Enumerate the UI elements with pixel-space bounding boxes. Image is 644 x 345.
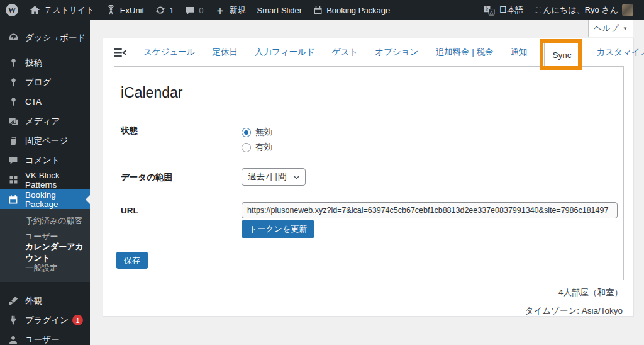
update-token-button[interactable]: トークンを更新 bbox=[242, 220, 314, 238]
tab-extra-fees-tax[interactable]: 追加料金 | 税金 bbox=[435, 47, 493, 58]
wordpress-logo-menu[interactable]: W bbox=[0, 0, 24, 20]
admin-bar: W テストサイト ExUnit 1 0 ＋ 新規 Smart Slider Bo… bbox=[0, 0, 644, 20]
sidebar-item-plugins[interactable]: プラグイン 1 bbox=[0, 310, 90, 330]
admin-bar-comments[interactable]: 0 bbox=[179, 0, 209, 20]
comment-icon bbox=[185, 6, 195, 15]
sidebar-item-pages[interactable]: 固定ページ bbox=[0, 131, 90, 150]
admin-bar-smart-slider[interactable]: Smart Slider bbox=[252, 0, 308, 20]
admin-bar-booking-package[interactable]: Booking Package bbox=[308, 0, 396, 20]
grid-icon bbox=[7, 175, 19, 184]
sidebar-item-label: ブログ bbox=[25, 77, 51, 88]
admin-bar-right: 文A 日本語 こんにちは、Ryo さん bbox=[477, 0, 644, 20]
plus-icon: ＋ bbox=[215, 5, 226, 16]
tab-sync[interactable]: Sync bbox=[544, 42, 579, 67]
svg-text:A: A bbox=[490, 10, 493, 15]
submenu-item-label: 一般設定 bbox=[25, 263, 58, 274]
sidebar-separator bbox=[0, 282, 90, 291]
sidebar-item-label: コメント bbox=[25, 155, 60, 166]
sidebar-item-users[interactable]: ユーザー bbox=[0, 330, 90, 345]
pushpin-icon bbox=[7, 77, 19, 88]
radio-option-label: 無効 bbox=[255, 127, 272, 138]
sidebar-item-cta[interactable]: CTA bbox=[0, 92, 90, 111]
tab-options[interactable]: オプション bbox=[375, 47, 418, 58]
admin-bar-new[interactable]: ＋ 新規 bbox=[209, 0, 252, 20]
timezone-text: タイムゾーン: Asia/Tokyo bbox=[525, 305, 623, 317]
admin-bar-site-link[interactable]: テストサイト bbox=[24, 0, 100, 20]
tab-sync-label: Sync bbox=[552, 50, 571, 60]
admin-bar-site-name: テストサイト bbox=[44, 4, 94, 16]
admin-bar-language-label: 日本語 bbox=[499, 4, 523, 16]
radio-option-label: 有効 bbox=[255, 142, 272, 153]
sidebar-item-label: 投稿 bbox=[25, 57, 42, 69]
sidebar-item-appearance[interactable]: 外観 bbox=[0, 291, 90, 310]
main-panel: スケジュール 定休日 入力フィールド ゲスト オプション 追加料金 | 税金 通… bbox=[103, 38, 634, 317]
sidebar-item-media[interactable]: メディア bbox=[0, 111, 90, 131]
tab-notifications[interactable]: 通知 bbox=[510, 47, 527, 58]
admin-bar-new-label: 新規 bbox=[230, 4, 246, 16]
calendar-icon bbox=[313, 6, 323, 15]
admin-bar-smart-slider-label: Smart Slider bbox=[257, 6, 303, 15]
admin-bar-updates[interactable]: 1 bbox=[150, 0, 179, 20]
submenu-item-calendar-accounts[interactable]: カレンダーアカウント bbox=[0, 244, 90, 260]
comment-icon bbox=[7, 156, 19, 165]
wordpress-logo-icon: W bbox=[6, 4, 18, 16]
pages-icon bbox=[7, 136, 19, 146]
tab-holidays[interactable]: 定休日 bbox=[213, 47, 238, 58]
submenu-item-reserved-customers[interactable]: 予約済みの顧客 bbox=[0, 213, 90, 229]
room-name: 4人部屋（和室） bbox=[558, 287, 623, 298]
collapse-list-icon[interactable] bbox=[114, 48, 126, 57]
sidebar-item-label: 外観 bbox=[25, 295, 42, 307]
tab-schedule[interactable]: スケジュール bbox=[143, 47, 196, 58]
sidebar-item-dashboard[interactable]: ダッシュボード bbox=[0, 28, 90, 47]
sidebar-item-label: メディア bbox=[25, 116, 60, 127]
sync-tab-content: iCalendar 状態 無効 有効 データの範囲 過去7日間 URL トークン… bbox=[114, 66, 624, 280]
radio-option-disabled[interactable]: 無効 bbox=[242, 125, 272, 140]
update-icon bbox=[155, 5, 165, 15]
home-icon bbox=[30, 5, 40, 15]
admin-bar-booking-package-label: Booking Package bbox=[326, 6, 390, 15]
tab-input-fields[interactable]: 入力フィールド bbox=[255, 47, 315, 58]
sidebar-item-label: ユーザー bbox=[25, 334, 60, 345]
active-menu-arrow bbox=[81, 195, 90, 204]
chevron-down-icon bbox=[293, 175, 300, 179]
admin-bar-comment-count: 0 bbox=[199, 6, 203, 15]
radio-icon[interactable] bbox=[242, 128, 251, 137]
page-title: iCalendar bbox=[121, 84, 182, 101]
chevron-down-icon: ▼ bbox=[623, 26, 628, 31]
tab-bar: スケジュール 定休日 入力フィールド ゲスト オプション 追加料金 | 税金 通… bbox=[114, 38, 623, 66]
admin-sidebar: ダッシュボード 投稿 ブログ CTA メディア 固定ページ コメント bbox=[0, 20, 90, 345]
antenna-icon bbox=[106, 5, 116, 16]
pushpin-icon bbox=[7, 58, 19, 68]
admin-bar-language[interactable]: 文A 日本語 bbox=[477, 0, 529, 20]
sidebar-item-comments[interactable]: コメント bbox=[0, 150, 90, 170]
media-icon bbox=[7, 116, 19, 127]
sidebar-separator bbox=[0, 47, 90, 53]
save-button[interactable]: 保存 bbox=[116, 252, 148, 269]
admin-bar-exunit-label: ExUnit bbox=[120, 6, 144, 15]
sidebar-item-blog[interactable]: ブログ bbox=[0, 72, 90, 92]
tab-guests[interactable]: ゲスト bbox=[332, 47, 358, 58]
help-dropdown[interactable]: ヘルプ ▼ bbox=[588, 20, 633, 37]
sidebar-item-label: Booking Package bbox=[25, 190, 90, 209]
status-label: 状態 bbox=[121, 125, 138, 137]
tab-customize[interactable]: カスタマイズ bbox=[596, 47, 644, 58]
ical-url-input[interactable] bbox=[242, 202, 618, 218]
sidebar-item-vk-block-patterns[interactable]: VK Block Patterns bbox=[0, 170, 90, 189]
data-range-selected-value: 過去7日間 bbox=[248, 171, 287, 183]
avatar bbox=[622, 4, 633, 16]
plugin-update-badge: 1 bbox=[72, 315, 83, 325]
data-range-label: データの範囲 bbox=[121, 172, 172, 183]
status-radio-group: 無効 有効 bbox=[242, 125, 272, 155]
sidebar-item-booking-package[interactable]: Booking Package bbox=[0, 189, 90, 209]
radio-option-enabled[interactable]: 有効 bbox=[242, 140, 272, 155]
admin-bar-exunit[interactable]: ExUnit bbox=[100, 0, 150, 20]
admin-bar-account[interactable]: こんにちは、Ryo さん bbox=[529, 0, 639, 20]
sidebar-item-label: プラグイン bbox=[25, 315, 69, 326]
pushpin-icon bbox=[7, 97, 19, 107]
sidebar-item-posts[interactable]: 投稿 bbox=[0, 53, 90, 72]
data-range-select[interactable]: 過去7日間 bbox=[242, 168, 306, 186]
sidebar-item-label: CTA bbox=[25, 97, 42, 106]
gauge-icon bbox=[7, 32, 19, 43]
submenu-item-label: 予約済みの顧客 bbox=[25, 215, 83, 227]
radio-icon[interactable] bbox=[242, 143, 251, 152]
